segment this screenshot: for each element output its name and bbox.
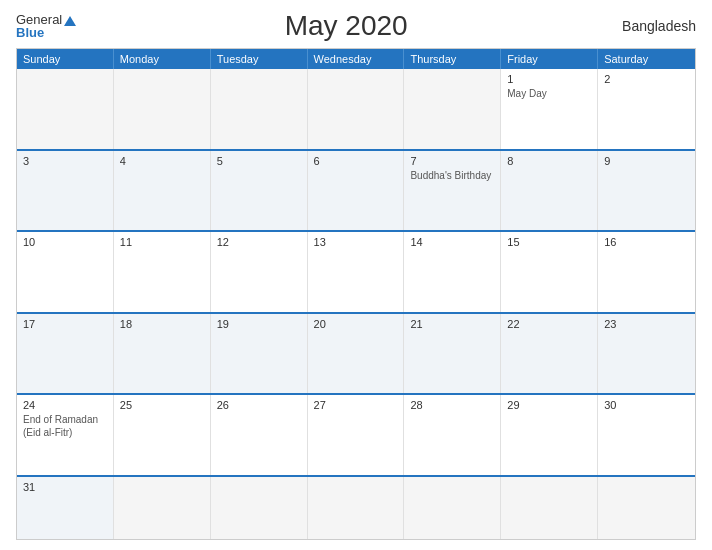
- calendar-cell-2-2: 12: [211, 232, 308, 312]
- cell-day-number: 6: [314, 155, 398, 167]
- calendar-header: Sunday Monday Tuesday Wednesday Thursday…: [17, 49, 695, 69]
- cell-event-label: May Day: [507, 87, 591, 100]
- calendar-cell-0-3: [308, 69, 405, 149]
- cell-day-number: 2: [604, 73, 689, 85]
- calendar-cell-5-4: [404, 477, 501, 539]
- calendar-row-2: 10111213141516: [17, 232, 695, 314]
- calendar-cell-1-2: 5: [211, 151, 308, 231]
- cell-event-label: Buddha's Birthday: [410, 169, 494, 182]
- calendar-row-5: 31: [17, 477, 695, 539]
- calendar-row-1: 34567Buddha's Birthday89: [17, 151, 695, 233]
- calendar-cell-1-0: 3: [17, 151, 114, 231]
- cell-day-number: 3: [23, 155, 107, 167]
- cell-day-number: 23: [604, 318, 689, 330]
- cell-event-label: End of Ramadan (Eid al-Fitr): [23, 413, 107, 439]
- calendar-cell-4-5: 29: [501, 395, 598, 475]
- calendar-cell-2-4: 14: [404, 232, 501, 312]
- cell-day-number: 15: [507, 236, 591, 248]
- cell-day-number: 25: [120, 399, 204, 411]
- cell-day-number: 22: [507, 318, 591, 330]
- cell-day-number: 4: [120, 155, 204, 167]
- cell-day-number: 19: [217, 318, 301, 330]
- cell-day-number: 20: [314, 318, 398, 330]
- calendar-grid: Sunday Monday Tuesday Wednesday Thursday…: [16, 48, 696, 540]
- calendar-cell-3-2: 19: [211, 314, 308, 394]
- calendar-row-4: 24End of Ramadan (Eid al-Fitr)2526272829…: [17, 395, 695, 477]
- cell-day-number: 12: [217, 236, 301, 248]
- cell-day-number: 30: [604, 399, 689, 411]
- cell-day-number: 7: [410, 155, 494, 167]
- calendar-cell-0-4: [404, 69, 501, 149]
- cell-day-number: 26: [217, 399, 301, 411]
- cell-day-number: 13: [314, 236, 398, 248]
- calendar-cell-4-1: 25: [114, 395, 211, 475]
- calendar-cell-4-2: 26: [211, 395, 308, 475]
- page-header: General Blue May 2020 Bangladesh: [16, 10, 696, 42]
- cell-day-number: 24: [23, 399, 107, 411]
- calendar-cell-3-1: 18: [114, 314, 211, 394]
- calendar-cell-2-6: 16: [598, 232, 695, 312]
- calendar-cell-0-2: [211, 69, 308, 149]
- calendar-cell-0-0: [17, 69, 114, 149]
- logo-triangle-icon: [64, 16, 76, 26]
- calendar-cell-2-5: 15: [501, 232, 598, 312]
- weekday-sunday: Sunday: [17, 49, 114, 69]
- calendar-cell-3-3: 20: [308, 314, 405, 394]
- weekday-saturday: Saturday: [598, 49, 695, 69]
- calendar-cell-5-5: [501, 477, 598, 539]
- calendar-title: May 2020: [76, 10, 616, 42]
- calendar-cell-3-4: 21: [404, 314, 501, 394]
- calendar-cell-0-6: 2: [598, 69, 695, 149]
- calendar-cell-4-0: 24End of Ramadan (Eid al-Fitr): [17, 395, 114, 475]
- country-label: Bangladesh: [616, 18, 696, 34]
- cell-day-number: 14: [410, 236, 494, 248]
- calendar-cell-2-0: 10: [17, 232, 114, 312]
- calendar-cell-1-3: 6: [308, 151, 405, 231]
- calendar-cell-5-0: 31: [17, 477, 114, 539]
- calendar-body: 1May Day234567Buddha's Birthday891011121…: [17, 69, 695, 539]
- cell-day-number: 5: [217, 155, 301, 167]
- cell-day-number: 21: [410, 318, 494, 330]
- calendar-cell-5-2: [211, 477, 308, 539]
- cell-day-number: 28: [410, 399, 494, 411]
- calendar-cell-5-1: [114, 477, 211, 539]
- cell-day-number: 29: [507, 399, 591, 411]
- calendar-cell-1-6: 9: [598, 151, 695, 231]
- cell-day-number: 10: [23, 236, 107, 248]
- cell-day-number: 11: [120, 236, 204, 248]
- logo-blue-text: Blue: [16, 26, 76, 39]
- weekday-wednesday: Wednesday: [308, 49, 405, 69]
- logo: General Blue: [16, 13, 76, 39]
- calendar-cell-3-5: 22: [501, 314, 598, 394]
- weekday-monday: Monday: [114, 49, 211, 69]
- calendar-cell-3-0: 17: [17, 314, 114, 394]
- calendar-row-3: 17181920212223: [17, 314, 695, 396]
- calendar-cell-1-5: 8: [501, 151, 598, 231]
- cell-day-number: 8: [507, 155, 591, 167]
- calendar-cell-3-6: 23: [598, 314, 695, 394]
- weekday-tuesday: Tuesday: [211, 49, 308, 69]
- cell-day-number: 31: [23, 481, 107, 493]
- calendar-cell-4-6: 30: [598, 395, 695, 475]
- cell-day-number: 9: [604, 155, 689, 167]
- calendar-cell-2-3: 13: [308, 232, 405, 312]
- calendar-cell-5-3: [308, 477, 405, 539]
- cell-day-number: 17: [23, 318, 107, 330]
- cell-day-number: 18: [120, 318, 204, 330]
- calendar-cell-0-1: [114, 69, 211, 149]
- cell-day-number: 27: [314, 399, 398, 411]
- calendar-cell-4-4: 28: [404, 395, 501, 475]
- calendar-cell-1-4: 7Buddha's Birthday: [404, 151, 501, 231]
- cell-day-number: 16: [604, 236, 689, 248]
- calendar-cell-4-3: 27: [308, 395, 405, 475]
- calendar-page: General Blue May 2020 Bangladesh Sunday …: [0, 0, 712, 550]
- calendar-row-0: 1May Day2: [17, 69, 695, 151]
- calendar-cell-1-1: 4: [114, 151, 211, 231]
- calendar-cell-0-5: 1May Day: [501, 69, 598, 149]
- cell-day-number: 1: [507, 73, 591, 85]
- weekday-friday: Friday: [501, 49, 598, 69]
- calendar-cell-2-1: 11: [114, 232, 211, 312]
- calendar-cell-5-6: [598, 477, 695, 539]
- weekday-thursday: Thursday: [404, 49, 501, 69]
